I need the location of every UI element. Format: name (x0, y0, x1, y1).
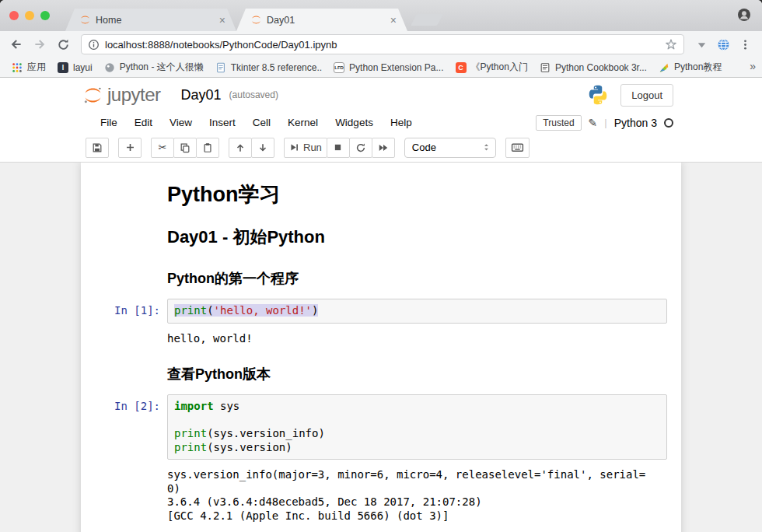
prompt-spacer (93, 355, 167, 387)
prompt-spacer (93, 174, 167, 212)
browser-toolbar: localhost:8888/notebooks/PythonCode/Day0… (0, 31, 762, 58)
bookmark-lfd[interactable]: LFD Python Extension Pa... (328, 60, 448, 75)
back-button[interactable] (6, 34, 26, 54)
bookmark-label: Tkinter 8.5 reference.. (231, 62, 322, 73)
heading-first-program: Python的第一个程序 (167, 269, 667, 288)
bookmark-cookbook[interactable]: Python Cookbook 3r... (534, 60, 652, 75)
menu-help[interactable]: Help (382, 117, 421, 128)
trusted-badge[interactable]: Trusted (536, 115, 581, 131)
bookmark-python-tutorial[interactable]: Python教程 (653, 59, 726, 75)
select-stepper-icon (481, 142, 491, 152)
notebook-title[interactable]: Day01 (181, 87, 222, 103)
save-button[interactable] (86, 138, 109, 158)
profile-avatar-icon[interactable] (737, 8, 751, 22)
prompt-spacer (93, 219, 167, 252)
autosave-status: (autosaved) (229, 89, 278, 100)
menu-view[interactable]: View (161, 117, 201, 128)
notebook-site: Python学习 Day01 - 初始Python Python的第一个程序 I… (0, 163, 762, 532)
layui-favicon-icon: l (57, 61, 69, 74)
notebook-toolbar: ✂ Run (0, 133, 762, 163)
interrupt-kernel-button[interactable] (327, 138, 350, 158)
bookmark-python-blog[interactable]: Python - 这个人很懒 (99, 59, 208, 75)
menu-edit[interactable]: Edit (126, 117, 161, 128)
run-cell-button[interactable]: Run (284, 138, 327, 158)
command-palette-button[interactable] (505, 138, 530, 158)
tab-home[interactable]: Home × (65, 9, 236, 31)
bookmark-label: 应用 (27, 61, 46, 74)
cell-type-select[interactable]: Code (404, 138, 496, 158)
copy-cell-button[interactable] (173, 138, 197, 158)
markdown-cell-h2[interactable]: Day01 - 初始Python (93, 215, 667, 256)
tab-day01[interactable]: Day01 × (236, 9, 407, 31)
zoom-window-button[interactable] (40, 11, 50, 20)
edit-mode-pencil-icon: ✎ (589, 117, 598, 129)
code-cell-1-output: hello, world! (93, 327, 667, 352)
extension-globe-icon[interactable] (714, 35, 732, 54)
separator: | (604, 117, 606, 128)
reload-button[interactable] (53, 34, 73, 54)
bookmark-label: Python Extension Pa... (349, 62, 443, 73)
scissors-icon: ✂ (159, 142, 167, 153)
doc-favicon-icon (215, 61, 227, 74)
close-window-button[interactable] (9, 11, 19, 20)
kernel-name[interactable]: Python 3 (614, 117, 657, 129)
menu-cell[interactable]: Cell (244, 117, 279, 128)
bookmarks-bar: 应用 l layui Python - 这个人很懒 Tkinter 8.5 re… (0, 58, 762, 78)
tab-close-icon[interactable]: × (219, 15, 225, 26)
bookmarks-overflow-chevron[interactable]: » (750, 60, 756, 72)
jupyter-orbit-icon (82, 85, 103, 106)
cut-cell-button[interactable]: ✂ (151, 138, 174, 158)
restart-run-all-button[interactable] (372, 138, 395, 158)
browser-menu-icon[interactable] (736, 35, 754, 54)
menu-insert[interactable]: Insert (201, 117, 244, 128)
input-prompt: In [1]: (93, 299, 167, 324)
address-bar[interactable]: localhost:8888/notebooks/PythonCode/Day0… (81, 34, 684, 54)
paste-cell-button[interactable] (196, 138, 219, 158)
move-cell-up-button[interactable] (229, 138, 252, 158)
bookmark-label: Python教程 (674, 61, 722, 74)
code-cell-2[interactable]: In [2]: import sys print(sys.version_inf… (93, 390, 667, 464)
move-cell-down-button[interactable] (251, 138, 274, 158)
downloads-icon[interactable] (692, 35, 711, 54)
browser-window: Home × Day01 × localhost:88 (0, 0, 762, 532)
book-favicon-icon (539, 61, 551, 74)
tab-strip: Home × Day01 × (0, 0, 762, 31)
jupyter-logo[interactable]: jupyter (82, 84, 161, 106)
markdown-cell-h3[interactable]: Python的第一个程序 (93, 256, 667, 295)
bookmark-label: Python Cookbook 3r... (555, 62, 647, 73)
forward-button[interactable] (30, 34, 50, 54)
minimize-window-button[interactable] (25, 11, 34, 20)
tab-close-icon[interactable]: × (390, 15, 397, 26)
prompt-spacer (93, 260, 167, 291)
window-controls (9, 11, 50, 20)
bookmark-tkinter[interactable]: Tkinter 8.5 reference.. (210, 60, 327, 75)
add-cell-button[interactable] (118, 138, 142, 158)
csdn-favicon-icon: C (455, 61, 467, 74)
heading-python-study: Python学习 (167, 180, 667, 208)
logout-button[interactable]: Logout (620, 84, 673, 107)
bookmark-apps[interactable]: 应用 (6, 59, 51, 75)
apps-grid-icon (11, 61, 23, 74)
bookmark-star-icon[interactable] (665, 38, 677, 51)
heading-day01: Day01 - 初始Python (167, 226, 667, 249)
code-input[interactable]: import sys print(sys.version_info)print(… (167, 394, 667, 460)
restart-kernel-button[interactable] (349, 138, 372, 158)
output-prompt-spacer (93, 330, 167, 346)
notebook-container: Python学习 Day01 - 初始Python Python的第一个程序 I… (81, 163, 681, 532)
code-input[interactable]: print('hello, world!') (167, 299, 667, 324)
menu-kernel[interactable]: Kernel (279, 117, 327, 128)
url-text[interactable]: localhost:8888/notebooks/PythonCode/Day0… (105, 39, 659, 51)
bookmark-python-intro[interactable]: C 《Python入门 (450, 59, 533, 75)
menu-widgets[interactable]: Widgets (327, 117, 382, 128)
new-tab-button[interactable] (411, 14, 443, 26)
cell-type-value: Code (412, 142, 436, 153)
markdown-cell-h1[interactable]: Python学习 (93, 170, 667, 215)
notebook-menubar: File Edit View Insert Cell Kernel Widget… (0, 112, 762, 133)
python-logo-icon (586, 83, 610, 107)
bookmark-layui[interactable]: l layui (52, 60, 97, 75)
menu-file[interactable]: File (92, 117, 126, 128)
markdown-cell-h3b[interactable]: 查看Python版本 (93, 352, 667, 390)
page-info-icon[interactable] (88, 39, 100, 51)
feather-favicon-icon (658, 61, 670, 74)
code-cell-1[interactable]: In [1]: print('hello, world!') (93, 295, 667, 327)
